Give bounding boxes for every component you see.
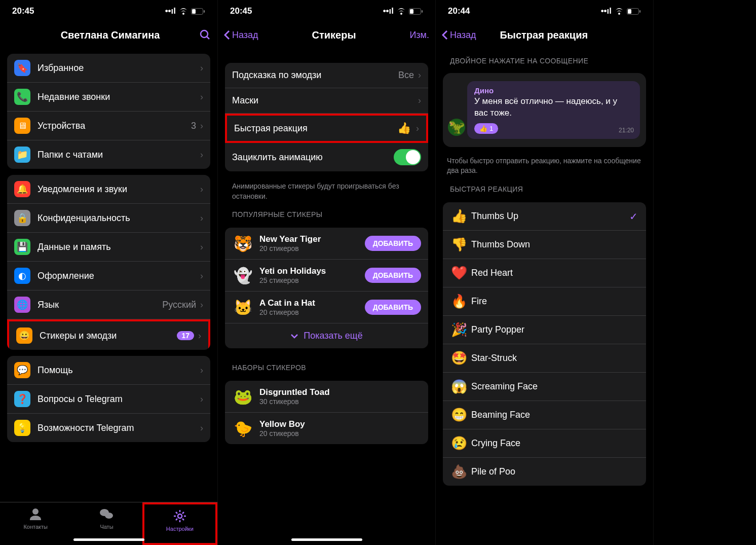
settings-row[interactable]: 💾 Данные и память › [7, 233, 210, 262]
sticker-thumb: 🐸 [232, 386, 253, 407]
svg-point-5 [32, 508, 39, 515]
row-icon: ◐ [14, 268, 30, 284]
back-label: Назад [232, 30, 258, 41]
sticker-option-row[interactable]: Быстрая реакция👍› [225, 114, 428, 143]
settings-row[interactable]: 🔔 Уведомления и звуки › [7, 175, 210, 204]
sticker-thumb: 🐱 [232, 297, 253, 318]
reaction-emoji: 💩 [451, 464, 471, 480]
sticker-count: 20 стикеров [259, 308, 365, 316]
sticker-info: Yeti on Holidays 25 стикеров [259, 266, 365, 284]
sticker-pack-row[interactable]: 🐱 A Cat in a Hat 20 стикеров ДОБАВИТЬ [225, 292, 428, 323]
reaction-option[interactable]: 😱 Screaming Face [443, 373, 646, 401]
chevron-right-icon: › [418, 70, 421, 81]
sticker-option-row[interactable]: Подсказка по эмодзиВсе› [225, 63, 428, 88]
tab-настройки[interactable]: Настройки [142, 502, 217, 545]
add-button[interactable]: ДОБАВИТЬ [365, 300, 421, 315]
settings-row[interactable]: 🔖 Избранное › [7, 54, 210, 83]
settings-row[interactable]: 🔒 Конфиденциальность › [7, 204, 210, 233]
toggle-switch[interactable] [394, 149, 421, 165]
chevron-right-icon: › [200, 394, 203, 405]
svg-rect-2 [204, 10, 205, 13]
row-label: Данные и память [37, 242, 200, 252]
page-title: Стикеры [258, 29, 410, 41]
reaction-emoji: 🤩 [451, 350, 471, 366]
reaction-emoji: 😁 [451, 407, 471, 423]
svg-point-8 [178, 514, 182, 518]
row-value: Все [398, 70, 414, 81]
show-more-button[interactable]: Показать ещё [225, 323, 428, 348]
reaction-emoji: 👎 [451, 237, 471, 252]
status-time: 20:45 [230, 6, 252, 16]
row-icon: 🔔 [14, 181, 30, 197]
settings-row[interactable]: ◐ Оформление › [7, 262, 210, 290]
reaction-option[interactable]: 🤩 Star-Struck [443, 344, 646, 373]
chevron-right-icon: › [198, 331, 201, 341]
reaction-label: Beaming Face [471, 410, 638, 420]
settings-row[interactable]: 🌐 Язык Русский › [7, 290, 210, 319]
reaction-preview: 🦖 Дино У меня всё отлично — надеюсь, и у… [443, 73, 646, 147]
screen-stickers: 20:45 ••ıl Назад Стикеры Изм. Подсказка … [218, 0, 436, 545]
search-icon[interactable] [199, 29, 211, 41]
reaction-option[interactable]: 😁 Beaming Face [443, 401, 646, 429]
reaction-option[interactable]: 👍 Thumbs Up ✓ [443, 202, 646, 231]
row-icon: 💡 [14, 420, 30, 436]
reaction-option[interactable]: 🎉 Party Popper [443, 316, 646, 344]
wifi-icon [615, 8, 624, 15]
row-value: Русский [162, 300, 196, 310]
reaction-option[interactable]: 👎 Thumbs Down [443, 231, 646, 259]
reaction-list-header: БЫСТРАЯ РЕАКЦИЯ [436, 176, 653, 196]
settings-row[interactable]: 🖥 Устройства 3 › [7, 112, 210, 140]
edit-button[interactable]: Изм. [409, 30, 429, 41]
show-more-label: Показать ещё [304, 331, 362, 341]
chevron-right-icon: › [200, 242, 203, 252]
battery-icon [627, 8, 641, 15]
row-icon: 🔒 [14, 210, 30, 226]
add-button[interactable]: ДОБАВИТЬ [365, 268, 421, 283]
battery-icon [409, 8, 423, 15]
sticker-pack-row[interactable]: 👻 Yeti on Holidays 25 стикеров ДОБАВИТЬ [225, 260, 428, 292]
sticker-set-row[interactable]: 🐤 Yellow Boy 20 стикеров [225, 413, 428, 444]
chevron-right-icon: › [418, 95, 421, 106]
sticker-option-row[interactable]: Маски› [225, 88, 428, 114]
screen-quick-reaction: 20:44 ••ıl Назад Быстрая реакция ДВОЙНОЕ… [436, 0, 654, 545]
chevron-right-icon: › [200, 121, 203, 131]
status-indicators: ••ıl [383, 6, 423, 16]
signal-icon: ••ıl [383, 6, 394, 16]
sticker-pack-row[interactable]: 🐯 New Year Tiger 20 стикеров ДОБАВИТЬ [225, 228, 428, 260]
home-indicator[interactable] [73, 538, 144, 541]
reaction-option[interactable]: 🔥 Fire [443, 287, 646, 316]
tab-label: Чаты [100, 524, 113, 530]
home-indicator[interactable] [291, 538, 362, 541]
settings-row[interactable]: 💡 Возможности Telegram › [7, 414, 210, 442]
preview-header: ДВОЙНОЕ НАЖАТИЕ НА СООБЩЕНИЕ [436, 48, 653, 68]
row-label: Избранное [37, 63, 200, 74]
tab-контакты[interactable]: Контакты [0, 502, 71, 545]
settings-row[interactable]: 📞 Недавние звонки › [7, 83, 210, 112]
row-label: Уведомления и звуки [37, 184, 200, 195]
reaction-emoji: 🎉 [451, 322, 471, 338]
row-label: Вопросы о Telegram [37, 394, 200, 405]
settings-row[interactable]: 📁 Папки с чатами › [7, 140, 210, 169]
settings-row[interactable]: 💬 Помощь › [7, 356, 210, 385]
settings-group-3: 💬 Помощь › ❓ Вопросы о Telegram › 💡 Возм… [7, 356, 210, 442]
back-button[interactable]: Назад [224, 30, 258, 41]
sticker-set-row[interactable]: 🐸 Disgruntled Toad 30 стикеров [225, 381, 428, 413]
sticker-option-row[interactable]: Зациклить анимацию [225, 143, 428, 171]
row-label: Возможности Telegram [37, 423, 200, 433]
reaction-option[interactable]: ❤️ Red Heart [443, 259, 646, 287]
sticker-thumb: 👻 [232, 265, 253, 286]
settings-row[interactable]: 😀 Стикеры и эмодзи 17 › [7, 319, 210, 350]
add-button[interactable]: ДОБАВИТЬ [365, 236, 421, 251]
row-icon: ❓ [14, 391, 30, 407]
settings-row[interactable]: ❓ Вопросы о Telegram › [7, 385, 210, 414]
row-icon: 🔖 [14, 60, 30, 76]
svg-rect-13 [628, 9, 631, 14]
signal-icon: ••ıl [601, 6, 612, 16]
chevron-right-icon: › [200, 92, 203, 102]
status-indicators: ••ıl [165, 6, 205, 16]
reaction-option[interactable]: 💩 Pile of Poo [443, 458, 646, 486]
reaction-emoji: 👍 [451, 208, 471, 224]
wifi-icon [397, 8, 406, 15]
chevron-right-icon: › [200, 423, 203, 433]
reaction-option[interactable]: 😢 Crying Face [443, 429, 646, 458]
